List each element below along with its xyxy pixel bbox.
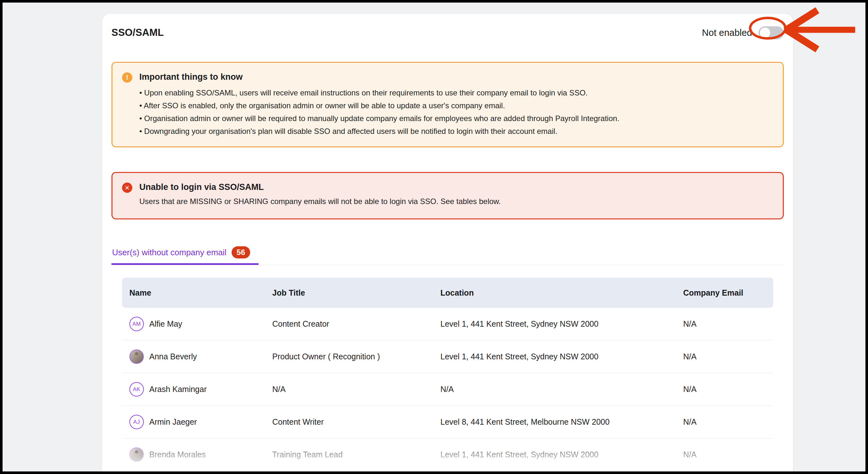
toggle-knob	[760, 28, 770, 38]
user-name: Armin Jaeger	[149, 417, 197, 426]
tab-bar: User(s) without company email 56	[112, 235, 784, 265]
avatar-initials: AM	[129, 317, 144, 331]
job-title-cell: N/A	[265, 385, 433, 394]
job-title-cell: Training Team Lead	[265, 450, 433, 459]
table-body: AMAlfie MayContent CreatorLevel 1, 441 K…	[122, 308, 773, 471]
table-row: AMAlfie MayContent CreatorLevel 1, 441 K…	[122, 308, 773, 341]
error-banner-content: Unable to login via SSO/SAML Users that …	[139, 182, 501, 206]
location-cell: Level 1, 441 Kent Street, Sydney NSW 200…	[433, 450, 676, 459]
user-name: Arash Kamingar	[149, 385, 207, 394]
sso-settings-card: SSO/SAML Not enabled ! Important things …	[102, 14, 793, 474]
user-name: Alfie May	[149, 319, 182, 328]
company-email-cell: N/A	[676, 352, 773, 361]
job-title-cell: Content Writer	[265, 417, 433, 426]
column-header: Name	[122, 288, 265, 297]
job-title-cell: Product Owner ( Recognition )	[265, 352, 433, 361]
column-header: Location	[433, 288, 676, 297]
info-bullet-list: Upon enabling SSO/SAML, users will recei…	[139, 87, 619, 138]
location-cell: Level 1, 441 Kent Street, Sydney NSW 200…	[433, 319, 676, 328]
info-bullet: Downgrading your organisation's plan wil…	[139, 125, 619, 138]
info-banner-content: Important things to know Upon enabling S…	[139, 71, 619, 138]
table-row: Brenda MoralesTraining Team LeadLevel 1,…	[122, 438, 773, 471]
toggle-status-label: Not enabled	[702, 28, 752, 38]
table-row: AJArmin JaegerContent WriterLevel 8, 441…	[122, 406, 773, 438]
name-cell: Brenda Morales	[122, 447, 265, 462]
avatar-photo	[129, 447, 144, 462]
name-cell: Anna Beverly	[122, 349, 265, 364]
info-banner: ! Important things to know Upon enabling…	[112, 62, 784, 147]
name-cell: AMAlfie May	[122, 317, 265, 331]
error-banner-body: Users that are MISSING or SHARING compan…	[139, 197, 501, 206]
location-cell: Level 1, 441 Kent Street, Sydney NSW 200…	[433, 352, 676, 361]
tab-label: User(s) without company email	[112, 248, 226, 257]
user-count-badge: 56	[231, 246, 250, 258]
users-table: NameJob TitleLocationCompany Email AMAlf…	[122, 278, 773, 471]
user-name: Anna Beverly	[149, 352, 197, 361]
sso-enable-toggle[interactable]	[758, 26, 784, 39]
error-banner-title: Unable to login via SSO/SAML	[139, 182, 501, 192]
name-cell: AJArmin Jaeger	[122, 415, 265, 429]
company-email-cell: N/A	[676, 417, 773, 426]
company-email-cell: N/A	[676, 385, 773, 394]
location-cell: Level 8, 441 Kent Street, Melbourne NSW …	[433, 417, 676, 426]
table-row: AKArash KamingarN/AN/AN/A	[122, 373, 773, 406]
company-email-cell: N/A	[676, 450, 773, 459]
user-name: Brenda Morales	[149, 450, 206, 459]
job-title-cell: Content Creator	[265, 319, 433, 328]
sso-toggle-group: Not enabled	[702, 26, 784, 39]
company-email-cell: N/A	[676, 319, 773, 328]
location-cell: N/A	[433, 385, 676, 394]
info-banner-title: Important things to know	[139, 71, 619, 82]
warning-icon: !	[122, 72, 132, 83]
column-header: Job Title	[265, 288, 433, 297]
error-banner: ✕ Unable to login via SSO/SAML Users tha…	[112, 172, 784, 219]
screenshot-frame: SSO/SAML Not enabled ! Important things …	[0, 0, 868, 474]
table-header-row: NameJob TitleLocationCompany Email	[122, 278, 773, 308]
tab-users-without-company-email[interactable]: User(s) without company email 56	[112, 235, 258, 265]
avatar-initials: AJ	[129, 415, 144, 429]
table-row: Anna BeverlyProduct Owner ( Recognition …	[122, 341, 773, 373]
avatar-photo	[129, 349, 144, 364]
page-title: SSO/SAML	[112, 27, 164, 38]
info-bullet: Upon enabling SSO/SAML, users will recei…	[139, 87, 619, 99]
name-cell: AKArash Kamingar	[122, 382, 265, 397]
avatar-initials: AK	[129, 382, 144, 397]
column-header: Company Email	[676, 288, 773, 297]
info-bullet: After SSO is enabled, only the organisat…	[139, 99, 619, 112]
card-header: SSO/SAML Not enabled	[112, 14, 784, 39]
info-bullet: Organisation admin or owner will be requ…	[139, 112, 619, 125]
error-x-icon: ✕	[122, 183, 132, 193]
